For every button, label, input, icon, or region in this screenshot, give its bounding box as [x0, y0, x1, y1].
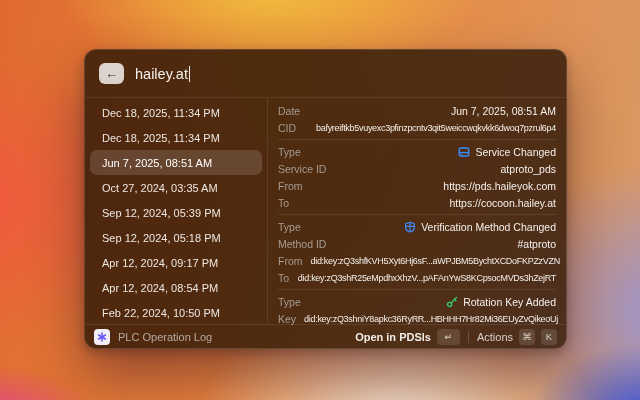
list-item-operation[interactable]: Sep 12, 2024, 05:39 PM — [90, 200, 262, 225]
metadata-label: To — [278, 197, 289, 209]
actions-label: Actions — [477, 331, 513, 343]
return-key-icon: ↵ — [437, 329, 460, 345]
list-item-operation[interactable]: Jun 7, 2025, 08:51 AM — [90, 150, 262, 175]
list-item-label: Dec 18, 2025, 11:34 PM — [102, 107, 220, 119]
metadata-value: did:key:zQ3shfKVH5Xyt6Hj6sF...aWPJBM5Byc… — [311, 256, 560, 266]
metadata-label: Method ID — [278, 238, 326, 250]
metadata-row: Fromdid:key:zQ3shfKVH5Xyt6Hj6sF...aWPJBM… — [278, 252, 556, 269]
list-item-label: Sep 12, 2024, 05:39 PM — [102, 207, 221, 219]
list-item-label: Oct 27, 2024, 03:35 AM — [102, 182, 218, 194]
metadata-value: #atproto — [334, 238, 556, 250]
metadata-row: Tohttps://cocoon.hailey.at — [278, 194, 556, 211]
metadata-row: Method ID#atproto — [278, 235, 556, 252]
metadata-label: From — [278, 255, 303, 267]
list-item-label: Apr 12, 2024, 09:17 PM — [102, 257, 218, 269]
metadata-value-text: bafyreiftkb5vuyexc3pfinzpcntv3qit5weiccw… — [316, 123, 556, 133]
metadata-value-text: Service Changed — [475, 146, 556, 158]
metadata-value: https://cocoon.hailey.at — [297, 197, 556, 209]
metadata-row: Fromhttps://pds.haileyok.com — [278, 177, 556, 194]
operation-detail: DateJun 7, 2025, 08:51 AMCIDbafyreiftkb5… — [268, 98, 566, 324]
list-item-operation[interactable]: Dec 18, 2025, 11:34 PM — [90, 100, 262, 125]
footer-bar: PLC Operation Log Open in PDSls ↵ Action… — [85, 324, 566, 348]
section-divider — [278, 214, 556, 215]
list-item-operation[interactable]: Apr 12, 2024, 09:17 PM — [90, 250, 262, 275]
section-divider — [278, 139, 556, 140]
list-item-label: Sep 12, 2024, 05:18 PM — [102, 232, 221, 244]
list-item-label: Jun 7, 2025, 08:51 AM — [102, 157, 212, 169]
metadata-section: TypeRotation Key AddedKeydid:key:zQ3shni… — [278, 292, 556, 328]
list-item-operation[interactable]: Apr 12, 2024, 08:54 PM — [90, 275, 262, 300]
list-item-operation[interactable]: Dec 18, 2025, 11:34 PM — [90, 125, 262, 150]
metadata-value-text: did:key:zQ3shfKVH5Xyt6Hj6sF...aWPJBM5Byc… — [311, 256, 560, 266]
metadata-row: Service IDatproto_pds — [278, 160, 556, 177]
metadata-value-text: did:key:zQ3shR25eMpdhxXhzV...pAFAnYwS8KC… — [298, 273, 556, 283]
plc-app-icon — [94, 329, 110, 345]
back-button[interactable]: ← — [99, 63, 124, 84]
operation-list: Dec 18, 2025, 11:34 PMDec 18, 2025, 11:3… — [85, 98, 268, 324]
metadata-value: atproto_pds — [334, 163, 556, 175]
metadata-row: CIDbafyreiftkb5vuyexc3pfinzpcntv3qit5wei… — [278, 119, 556, 136]
section-divider — [278, 289, 556, 290]
list-item-operation[interactable]: Sep 12, 2024, 05:18 PM — [90, 225, 262, 250]
search-query: hailey.at — [135, 66, 188, 82]
desktop-background: ← hailey.at Dec 18, 2025, 11:34 PMDec 18… — [0, 0, 640, 400]
metadata-value-text: https://pds.haileyok.com — [443, 180, 556, 192]
metadata-value-text: atproto_pds — [501, 163, 556, 175]
metadata-row: DateJun 7, 2025, 08:51 AM — [278, 102, 556, 119]
metadata-value: Rotation Key Added — [309, 296, 556, 308]
search-input[interactable]: hailey.at — [135, 66, 190, 82]
list-item-operation[interactable]: Feb 22, 2024, 10:50 PM — [90, 300, 262, 325]
metadata-value-text: #atproto — [517, 238, 556, 250]
metadata-row: TypeRotation Key Added — [278, 293, 556, 310]
metadata-section: TypeVerification Method ChangedMethod ID… — [278, 217, 556, 287]
metadata-label: Type — [278, 221, 301, 233]
metadata-row: Todid:key:zQ3shR25eMpdhxXhzV...pAFAnYwS8… — [278, 269, 556, 286]
metadata-section: DateJun 7, 2025, 08:51 AMCIDbafyreiftkb5… — [278, 101, 556, 137]
list-item-operation[interactable]: Oct 27, 2024, 03:35 AM — [90, 175, 262, 200]
metadata-label: Type — [278, 146, 301, 158]
metadata-value-text: Jun 7, 2025, 08:51 AM — [451, 105, 556, 117]
metadata-value: Verification Method Changed — [309, 221, 556, 233]
metadata-section: TypeService ChangedService IDatproto_pds… — [278, 142, 556, 212]
search-bar: ← hailey.at — [85, 50, 566, 98]
list-item-label: Feb 22, 2024, 10:50 PM — [102, 307, 220, 319]
metadata-label: Service ID — [278, 163, 326, 175]
footer-app-name: PLC Operation Log — [118, 331, 212, 343]
open-in-pdsls-label: Open in PDSls — [355, 331, 431, 343]
open-in-pdsls-button[interactable]: Open in PDSls ↵ — [355, 329, 460, 345]
metadata-value: bafyreiftkb5vuyexc3pfinzpcntv3qit5weiccw… — [304, 123, 556, 133]
metadata-label: To — [278, 272, 289, 284]
launcher-window: ← hailey.at Dec 18, 2025, 11:34 PMDec 18… — [84, 49, 567, 349]
list-item-label: Dec 18, 2025, 11:34 PM — [102, 132, 220, 144]
metadata-label: From — [278, 180, 303, 192]
metadata-value-text: Rotation Key Added — [463, 296, 556, 308]
metadata-label: Type — [278, 296, 301, 308]
metadata-row: TypeVerification Method Changed — [278, 218, 556, 235]
metadata-label: Date — [278, 105, 300, 117]
harddrive-icon — [458, 146, 470, 158]
metadata-label: CID — [278, 122, 296, 134]
command-key-icon: ⌘ — [519, 329, 535, 345]
metadata-value-text: https://cocoon.hailey.at — [449, 197, 556, 209]
metadata-label: Key — [278, 313, 296, 325]
k-key: K — [541, 329, 557, 345]
footer-divider — [468, 331, 469, 343]
metadata-value-text: did:key:zQ3shniY8apkc36RyRR...HBHHH7Hr82… — [304, 314, 558, 324]
metadata-value-text: Verification Method Changed — [421, 221, 556, 233]
metadata-row: TypeService Changed — [278, 143, 556, 160]
metadata-value: Jun 7, 2025, 08:51 AM — [308, 105, 556, 117]
metadata-value: did:key:zQ3shR25eMpdhxXhzV...pAFAnYwS8KC… — [297, 273, 556, 283]
content-area: Dec 18, 2025, 11:34 PMDec 18, 2025, 11:3… — [85, 98, 566, 324]
back-arrow-icon: ← — [105, 67, 118, 80]
actions-button[interactable]: Actions ⌘ K — [477, 329, 557, 345]
metadata-value: Service Changed — [309, 146, 556, 158]
metadata-value: https://pds.haileyok.com — [311, 180, 557, 192]
list-item-label: Apr 12, 2024, 08:54 PM — [102, 282, 218, 294]
key-icon — [446, 296, 458, 308]
text-cursor — [189, 66, 191, 82]
metadata-value: did:key:zQ3shniY8apkc36RyRR...HBHHH7Hr82… — [304, 314, 558, 324]
shield-icon — [404, 221, 416, 233]
